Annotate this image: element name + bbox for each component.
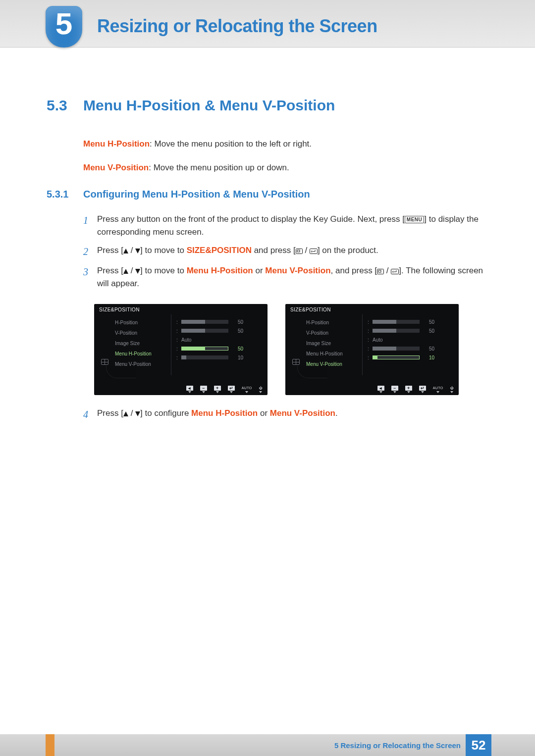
- osd-title: SIZE&POSITION: [290, 307, 455, 312]
- subsection-heading: 5.3.1 Configuring Menu H-Position & Menu…: [47, 189, 488, 200]
- osd-item-hposition: H-Position: [289, 317, 362, 328]
- osd-power-button: ⏻: [450, 386, 454, 393]
- osd-auto-button: AUTO: [433, 386, 443, 393]
- term-menu-h: Menu H-Position: [83, 139, 150, 149]
- osd-screenshots: SIZE&POSITION H-Position V-Position Imag…: [94, 304, 488, 395]
- footer-page-number: 52: [466, 734, 491, 756]
- definition-v: Menu V-Position: Move the menu position …: [83, 161, 488, 174]
- source-button-icon: [377, 269, 384, 274]
- osd-minus-button: −: [391, 386, 398, 393]
- footer-accent: [46, 734, 54, 756]
- step-number: 1: [83, 213, 97, 239]
- menu-key-icon: MENU: [405, 216, 424, 223]
- steps-list-cont: 4 Press [ / ] to configure Menu H-Positi…: [83, 407, 488, 422]
- osd-item-vposition: V-Position: [289, 328, 362, 338]
- source-button-icon: [296, 249, 303, 254]
- svg-rect-1: [297, 250, 300, 252]
- osd-menu-v-position: SIZE&POSITION H-Position V-Position Imag…: [285, 304, 459, 395]
- footer-chapter-ref: 5 Resizing or Relocating the Screen: [334, 741, 461, 750]
- content-area: 5.3 Menu H-Position & Menu V-Position Me…: [0, 48, 535, 422]
- osd-menu-h-position: SIZE&POSITION H-Position V-Position Imag…: [94, 304, 268, 395]
- osd-minus-button: −: [200, 386, 207, 393]
- svg-rect-3: [377, 269, 384, 274]
- step-1: 1 Press any button on the front of the p…: [83, 213, 488, 239]
- osd-item-hposition: H-Position: [98, 317, 171, 328]
- enter-button-icon: [391, 269, 399, 274]
- osd-item-menu-v: Menu V-Position: [289, 359, 362, 369]
- up-arrow-icon: [123, 269, 128, 274]
- osd-back-button: ◂: [186, 386, 193, 393]
- page-footer: 5 Resizing or Relocating the Screen 52: [0, 734, 535, 756]
- osd-power-button: ⏻: [259, 386, 263, 393]
- up-arrow-icon: [123, 411, 128, 416]
- step-number: 2: [83, 244, 97, 259]
- osd-item-imagesize: Image Size: [98, 338, 171, 349]
- down-arrow-icon: [135, 269, 140, 274]
- page-header: 5 Resizing or Relocating the Screen: [0, 0, 535, 48]
- step-number: 3: [83, 264, 97, 291]
- osd-item-menu-v: Menu V-Position: [98, 359, 171, 369]
- steps-list: 1 Press any button on the front of the p…: [83, 213, 488, 290]
- down-arrow-icon: [135, 411, 140, 416]
- section-heading: 5.3 Menu H-Position & Menu V-Position: [47, 97, 488, 114]
- section-number: 5.3: [47, 97, 83, 114]
- term-menu-v: Menu V-Position: [83, 163, 149, 172]
- chapter-title: Resizing or Relocating the Screen: [97, 16, 377, 37]
- osd-auto-button: AUTO: [242, 386, 252, 393]
- step-2: 2 Press [ / ] to move to SIZE&POSITION a…: [83, 244, 488, 259]
- osd-button-bar: ◂ − + ↵ AUTO ⏻: [94, 384, 268, 395]
- step-3: 3 Press [ / ] to move to Menu H-Position…: [83, 264, 488, 291]
- osd-item-menu-h: Menu H-Position: [289, 349, 362, 359]
- down-arrow-icon: [135, 249, 140, 253]
- osd-item-vposition: V-Position: [98, 328, 171, 338]
- target-sizeposition: SIZE&POSITION: [187, 246, 252, 255]
- svg-rect-0: [296, 249, 302, 253]
- osd-item-menu-h: Menu H-Position: [98, 349, 171, 359]
- osd-button-bar: ◂ − + ↵ AUTO ⏻: [285, 384, 459, 395]
- enter-button-icon: [310, 249, 318, 254]
- subsection-number: 5.3.1: [47, 189, 83, 200]
- chapter-number-badge: 5: [46, 6, 82, 48]
- osd-title: SIZE&POSITION: [99, 307, 264, 312]
- step-number: 4: [83, 407, 97, 422]
- osd-enter-button: ↵: [228, 386, 235, 393]
- step-4: 4 Press [ / ] to configure Menu H-Positi…: [83, 407, 488, 422]
- osd-item-imagesize: Image Size: [289, 338, 362, 349]
- osd-plus-button: +: [214, 386, 221, 393]
- up-arrow-icon: [123, 249, 128, 253]
- svg-rect-4: [378, 270, 381, 272]
- section-title: Menu H-Position & Menu V-Position: [83, 97, 335, 114]
- osd-enter-button: ↵: [419, 386, 426, 393]
- osd-back-button: ◂: [377, 386, 384, 393]
- definition-h: Menu H-Position: Move the menu position …: [83, 138, 488, 151]
- subsection-title: Configuring Menu H-Position & Menu V-Pos…: [83, 189, 310, 200]
- osd-plus-button: +: [405, 386, 412, 393]
